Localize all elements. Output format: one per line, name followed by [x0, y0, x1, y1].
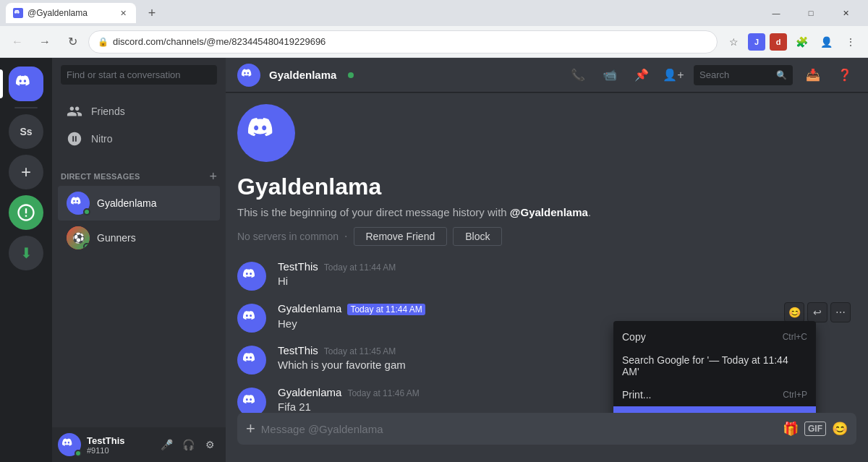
- dot-separator: ·: [344, 230, 347, 243]
- call-button[interactable]: 📞: [566, 64, 590, 87]
- msg-header-2: Gyaldenlama Today at 11:44 AM: [278, 302, 856, 315]
- extension-d-icon[interactable]: d: [770, 33, 787, 51]
- header-status-dot: [348, 72, 354, 78]
- tab-close-button[interactable]: ✕: [117, 7, 129, 19]
- context-menu: Copy Ctrl+C Search Google for '— Today a…: [613, 321, 816, 413]
- ctx-search-label: Search Google for '— Today at 11:44 AM': [622, 354, 807, 377]
- profile-button[interactable]: 👤: [814, 30, 838, 54]
- nitro-label: Nitro: [91, 133, 113, 145]
- nitro-nav-item[interactable]: Nitro: [58, 125, 220, 153]
- browser-frame: @Gyaldenlama ✕ + — □ ✕ ← → ↻ 🔒 discord.c…: [0, 0, 868, 462]
- reply-button[interactable]: ↩: [807, 302, 827, 322]
- chat-welcome: Gyaldenlama This is the beginning of you…: [237, 104, 856, 246]
- dm-section-label: DIRECT MESSAGES: [61, 172, 140, 181]
- friends-nav-item[interactable]: Friends: [58, 98, 220, 125]
- gif-button[interactable]: GIF: [804, 422, 826, 436]
- msg-author-4: Gyaldenlama: [278, 386, 341, 398]
- deafen-button[interactable]: 🎧: [178, 435, 198, 455]
- message-input[interactable]: [261, 416, 777, 442]
- user-panel-name: TestThis: [87, 435, 150, 446]
- gunners-user-info: Gunners: [97, 232, 211, 244]
- msg-timestamp-4: Today at 11:46 AM: [347, 388, 419, 398]
- window-controls: — □ ✕: [760, 3, 862, 23]
- ctx-print[interactable]: Print... Ctrl+P: [613, 383, 816, 406]
- dm-add-button[interactable]: +: [209, 170, 217, 183]
- msg-timestamp-1: Today at 11:44 AM: [324, 262, 396, 273]
- ss-server-icon[interactable]: Ss: [9, 114, 43, 149]
- inbox-button[interactable]: 📥: [801, 64, 825, 87]
- msg-timestamp-2: Today at 11:44 AM: [347, 304, 425, 315]
- gyaldenlama-avatar: [67, 192, 90, 215]
- messages-inner: Gyaldenlama This is the beginning of you…: [226, 93, 868, 413]
- msg-header-1: TestThis Today at 11:44 AM: [278, 260, 856, 273]
- block-button[interactable]: Block: [453, 227, 502, 246]
- bookmark-button[interactable]: ☆: [722, 30, 745, 54]
- chat-header-name: Gyaldenlama: [269, 69, 336, 81]
- message-group-1: TestThis Today at 11:44 AM Hi: [237, 257, 856, 294]
- user-panel-controls: 🎤 🎧 ⚙: [156, 435, 220, 455]
- extension-j-icon[interactable]: J: [748, 33, 765, 51]
- no-servers-text: No servers in common: [237, 231, 339, 242]
- header-search-input[interactable]: [699, 69, 772, 80]
- browser-tab[interactable]: @Gyaldenlama ✕: [6, 3, 136, 23]
- msg-content-1: TestThis Today at 11:44 AM Hi: [278, 260, 856, 291]
- dm-search-input[interactable]: [61, 65, 217, 85]
- extensions-button[interactable]: 🧩: [790, 30, 813, 54]
- address-bar[interactable]: 🔒 discord.com/channels/@me/8234454804192…: [88, 30, 718, 54]
- input-right-icons: 🎁 GIF 😊: [783, 421, 848, 437]
- forward-button[interactable]: →: [33, 30, 56, 54]
- react-button[interactable]: 😊: [784, 302, 804, 322]
- gyaldenlama-username: Gyaldenlama: [97, 197, 211, 209]
- active-server-icon[interactable]: [9, 195, 43, 230]
- friends-label: Friends: [91, 106, 125, 117]
- header-search-box: 🔍: [694, 65, 793, 85]
- reload-button[interactable]: ↻: [61, 30, 84, 54]
- user-panel-info: TestThis #9110: [87, 435, 150, 455]
- add-server-icon[interactable]: +: [9, 155, 43, 189]
- settings-button[interactable]: ⚙: [200, 435, 220, 455]
- dm-user-gyaldenlama[interactable]: Gyaldenlama: [58, 186, 220, 221]
- help-button[interactable]: ❓: [833, 64, 856, 87]
- msg-author-2: Gyaldenlama: [278, 302, 341, 315]
- video-button[interactable]: 📹: [598, 64, 621, 87]
- welcome-actions: No servers in common · Remove Friend Blo…: [237, 227, 502, 246]
- new-tab-button[interactable]: +: [142, 3, 162, 23]
- online-status-dot: [83, 208, 90, 215]
- search-icon: 🔍: [776, 70, 787, 80]
- download-server-icon[interactable]: ⬇: [9, 236, 43, 270]
- ctx-inspect-label: Inspect: [622, 412, 655, 413]
- user-panel-avatar: [58, 433, 81, 456]
- server-sidebar: Ss + ⬇: [0, 58, 52, 462]
- chat-input-area: + 🎁 GIF 😊: [226, 413, 868, 462]
- minimize-button[interactable]: —: [760, 3, 793, 23]
- pin-button[interactable]: 📌: [630, 64, 653, 87]
- welcome-text: This is the beginning of your direct mes…: [237, 206, 591, 218]
- more-button[interactable]: ⋯: [830, 302, 851, 322]
- user-panel: TestThis #9110 🎤 🎧 ⚙: [52, 427, 226, 462]
- back-button[interactable]: ←: [6, 30, 29, 54]
- input-add-button[interactable]: +: [246, 419, 255, 438]
- gunners-avatar: ⚽: [67, 226, 90, 249]
- add-friend-button[interactable]: 👤+: [662, 64, 685, 87]
- message-group-2: Gyaldenlama Today at 11:44 AM Hey 😊 ↩ ⋯: [237, 299, 856, 335]
- remove-friend-button[interactable]: Remove Friend: [354, 227, 448, 246]
- ctx-inspect[interactable]: Inspect Ctrl+Shift+I: [613, 406, 816, 413]
- dm-user-gunners[interactable]: ⚽ Gunners: [58, 221, 220, 255]
- mute-button[interactable]: 🎤: [156, 435, 176, 455]
- welcome-avatar: [237, 104, 295, 162]
- gunners-username: Gunners: [97, 232, 211, 244]
- maximize-button[interactable]: □: [794, 3, 827, 23]
- ctx-copy-label: Copy: [622, 331, 646, 343]
- msg-author-1: TestThis: [278, 260, 318, 273]
- menu-button[interactable]: ⋮: [839, 30, 862, 54]
- active-indicator: [0, 69, 3, 98]
- ctx-search-google[interactable]: Search Google for '— Today at 11:44 AM': [613, 348, 816, 383]
- ctx-copy[interactable]: Copy Ctrl+C: [613, 325, 816, 348]
- msg-avatar-1: [237, 262, 266, 291]
- discord-app: Ss + ⬇ Friends Nitro: [0, 58, 868, 462]
- discord-home-icon[interactable]: [9, 67, 43, 101]
- close-button[interactable]: ✕: [829, 3, 862, 23]
- ctx-print-label: Print...: [622, 389, 651, 401]
- emoji-button[interactable]: 😊: [832, 421, 848, 437]
- gift-button[interactable]: 🎁: [783, 421, 799, 437]
